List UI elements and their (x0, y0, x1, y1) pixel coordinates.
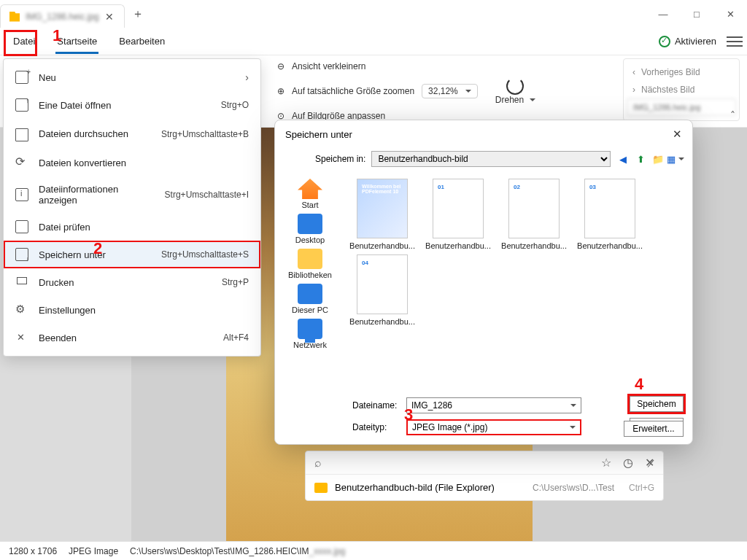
dialog-bottom: Dateiname: IMG_1286 Dateityp: JPEG Image… (275, 393, 692, 444)
menubar: Datei Startseite Bearbeiten Aktivieren (0, 28, 747, 55)
collapse-toolbar-icon[interactable]: ˄ (730, 109, 735, 121)
file-menu-open[interactable]: Eine Datei öffnenStrg+O (4, 91, 260, 119)
file-icon (9, 12, 20, 22)
place-network[interactable]: Netzwerk (293, 319, 327, 349)
recent-path: C:\Users\ws\D...\Test (533, 483, 614, 493)
place-start[interactable]: Start (298, 179, 322, 209)
file-menu-browse[interactable]: Dateien durchsuchenStrg+Umschalttaste+B (4, 119, 260, 149)
libraries-icon (298, 249, 322, 269)
hamburger-icon[interactable] (727, 36, 743, 47)
fm-shortcut: Strg+P (222, 277, 249, 287)
fm-shortcut: Strg+Umschalttaste+B (161, 129, 249, 139)
fm-label: Dateien durchsuchen (39, 128, 128, 139)
file-menu-check[interactable]: Datei prüfen (4, 213, 260, 241)
chevron-right-icon: › (245, 71, 249, 83)
save-in-label: Speichem in: (315, 154, 365, 164)
filename-combo[interactable]: IMG_1286 (406, 397, 581, 413)
up-icon[interactable]: ⬆ (634, 152, 647, 166)
fm-label: Neu (39, 72, 56, 83)
place-this-pc[interactable]: Dieser PC (292, 284, 328, 314)
zoom-out-label[interactable]: Ansicht verkleinern (292, 61, 365, 71)
fm-shortcut: Strg+O (221, 100, 249, 110)
recent-item[interactable]: Benutzerhandbuch-bild (File Explorer) C:… (306, 474, 663, 500)
file-menu-convert[interactable]: Dateien konvertieren (4, 149, 260, 176)
file-menu-info[interactable]: Dateiinformationen anzeigenStrg+Umschalt… (4, 176, 260, 213)
fm-label: Dateiinformationen anzeigen (39, 184, 155, 206)
save-icon (15, 248, 28, 261)
statusbar: 1280 x 1706 JPEG Image C:\Users\ws\Deskt… (0, 541, 747, 560)
new-tab-button[interactable]: ＋ (132, 7, 144, 22)
view-menu-icon[interactable]: ▦ (669, 152, 682, 166)
fm-shortcut: Strg+Umschalttaste+I (165, 190, 249, 200)
fm-label: Datei prüfen (39, 222, 90, 233)
zoom-combo[interactable]: 32,12% (422, 84, 478, 98)
quick-access-panel: ⌕ ☆ ◷ ✕̷ Benutzerhandbuch-bild (File Exp… (305, 451, 664, 501)
file-thumb[interactable]: Willkommen bei PDFelement 10Benutzerhand… (348, 179, 417, 250)
prev-image[interactable]: ‹Vorheriges Bild (627, 63, 736, 81)
history-icon[interactable]: ◷ (623, 456, 633, 470)
zoom-actual-label[interactable]: Auf tatsächliche Größe zoomen (292, 86, 414, 96)
chevron-down-icon (462, 86, 471, 96)
rotate-button[interactable]: Drehen (495, 77, 535, 105)
file-thumb[interactable]: 03Benutzerhandbu... (576, 179, 644, 250)
file-grid[interactable]: Willkommen bei PDFelement 10Benutzerhand… (345, 173, 692, 393)
next-image[interactable]: ›Nächstes Bild (627, 81, 736, 98)
document-tab[interactable]: IMG_1286.heic.jpg ✕ (0, 4, 125, 28)
dialog-title: Speichern unter (285, 129, 352, 140)
file-menu-new[interactable]: Neu› (4, 63, 260, 91)
recent-title: Benutzerhandbuch-bild (File Explorer) (335, 482, 495, 493)
gear-icon (15, 303, 28, 316)
star-icon[interactable]: ☆ (601, 456, 611, 470)
minimize-button[interactable]: — (646, 0, 680, 28)
tools-icon[interactable]: ✕̷ (645, 456, 654, 470)
status-path: C:\Users\ws\Desktop\Test\IMG_1286.HEIC\I… (130, 546, 345, 556)
tab-close-icon[interactable]: ✕ (105, 11, 114, 23)
menu-file[interactable]: Datei (4, 31, 44, 51)
recent-shortcut: Ctrl+G (629, 483, 654, 493)
file-badge: IMG_1286.heic.jpg (627, 98, 736, 116)
zoom-value: 32,12% (428, 86, 458, 96)
zoom-out-icon[interactable]: ⊖ (277, 61, 285, 71)
zoom-actual-icon[interactable]: ⊕ (277, 86, 285, 96)
status-type: JPEG Image (69, 546, 118, 556)
save-button[interactable]: Speichem (630, 396, 684, 412)
save-in-combo[interactable]: Benutzerhandbuch-bild (371, 151, 611, 167)
chevron-right-icon: › (632, 85, 635, 95)
annotation-num-3: 3 (404, 405, 413, 424)
advanced-button[interactable]: Erweitert... (624, 421, 684, 437)
file-menu-print[interactable]: DruckenStrg+P (4, 268, 260, 296)
fm-shortcut: Alt+F4 (223, 332, 249, 343)
close-button[interactable]: ✕ (713, 0, 747, 28)
search-icon[interactable]: ⌕ (314, 456, 322, 470)
save-as-dialog: Speichern unter ✕ Speichem in: Benutzerh… (274, 120, 693, 445)
file-menu-exit[interactable]: BeendenAlt+F4 (4, 324, 260, 351)
filetype-combo[interactable]: JPEG Image (*.jpg) (406, 419, 581, 435)
file-thumb[interactable]: 02Benutzerhandbu... (500, 179, 568, 250)
file-menu-dropdown: Neu› Eine Datei öffnenStrg+O Dateien dur… (3, 58, 261, 357)
fm-label: Eine Datei öffnen (39, 100, 112, 111)
chevron-left-icon: ‹ (632, 67, 635, 77)
convert-icon (15, 156, 28, 169)
menu-edit[interactable]: Bearbeiten (110, 31, 174, 51)
maximize-button[interactable]: □ (680, 0, 713, 28)
activate-button[interactable]: Aktivieren (659, 36, 716, 47)
file-menu-settings[interactable]: Einstellungen (4, 296, 260, 324)
place-libraries[interactable]: Bibliotheken (288, 249, 332, 279)
tab-title: IMG_1286.heic.jpg (26, 12, 99, 22)
file-thumb[interactable]: 04Benutzerhandbu... (348, 254, 417, 326)
fm-label: Dateien konvertieren (39, 158, 126, 168)
check-file-icon (15, 220, 28, 233)
place-desktop[interactable]: Desktop (295, 214, 325, 244)
dialog-close-icon[interactable]: ✕ (673, 128, 682, 141)
window-controls: — □ ✕ (646, 0, 747, 28)
filetype-value: JPEG Image (*.jpg) (412, 422, 567, 432)
new-folder-icon[interactable]: 📁 (651, 152, 665, 166)
prev-label: Vorheriges Bild (641, 67, 700, 77)
back-icon[interactable]: ◀ (616, 152, 630, 166)
network-icon (298, 319, 322, 339)
chevron-down-icon (568, 400, 576, 411)
file-thumb[interactable]: 01Benutzerhandbu... (424, 179, 492, 250)
places-bar: Start Desktop Bibliotheken Dieser PC Net… (275, 173, 345, 393)
file-menu-save-as[interactable]: Speichern unterStrg+Umschalttaste+S (4, 241, 260, 268)
filetype-label: Dateityp: (352, 422, 399, 432)
